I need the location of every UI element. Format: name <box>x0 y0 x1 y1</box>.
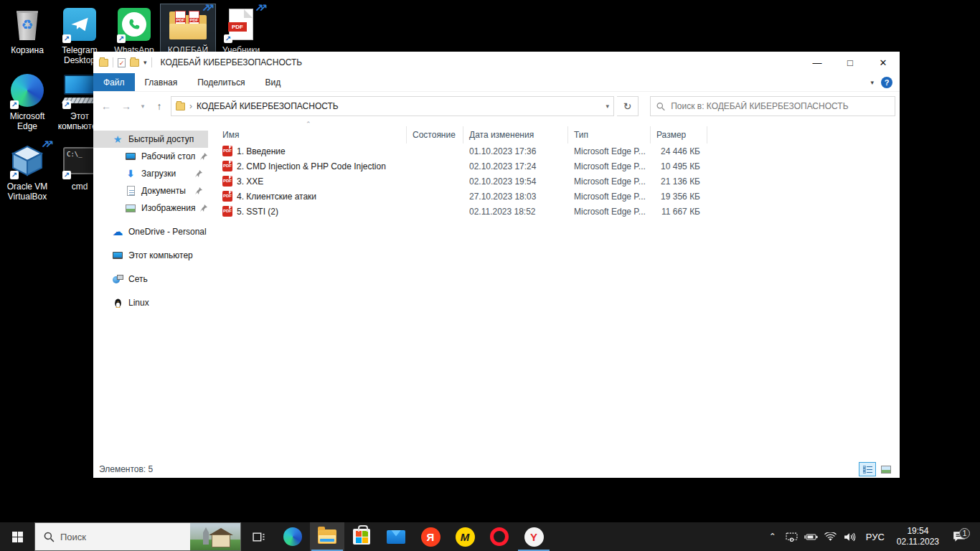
shortcut-arrow-icon: ↗ <box>62 171 71 179</box>
taskbar-mail[interactable] <box>379 522 413 551</box>
help-button[interactable]: ? <box>881 77 892 88</box>
connect-display-icon[interactable] <box>784 532 800 542</box>
tray-expand-chevron-icon[interactable]: ⌃ <box>765 532 781 542</box>
language-indicator[interactable]: РУС <box>862 532 889 542</box>
tab-file[interactable]: Файл <box>93 73 135 91</box>
desktop-icon-edge[interactable]: ↗ Microsoft Edge <box>0 70 55 132</box>
search-highlight-image[interactable] <box>190 523 240 550</box>
file-row[interactable]: PDF1. Введение 01.10.2023 17:36 Microsof… <box>208 143 900 159</box>
recent-locations-chevron-icon[interactable]: ▾ <box>138 103 148 110</box>
desktop-icon-virtualbox[interactable]: ↗↗ ↗ Oracle VM VirtualBox <box>0 141 55 202</box>
edge-icon: ↗ <box>0 70 55 110</box>
file-row[interactable]: PDF5. SSTI (2) 02.11.2023 18:52 Microsof… <box>208 204 900 219</box>
window-controls: — □ ✕ <box>801 52 900 73</box>
qat-customize-chevron-icon[interactable]: ▾ <box>143 59 147 66</box>
task-view-button[interactable] <box>241 522 275 551</box>
tab-home[interactable]: Главная <box>135 73 188 91</box>
file-modified: 01.10.2023 17:36 <box>463 146 568 156</box>
address-bar[interactable]: › КОДЕБАЙ КИБЕРБЕЗОПАСНОСТЬ ▾ <box>171 96 614 116</box>
sidebar-item-desktop[interactable]: Рабочий стол <box>93 148 208 165</box>
file-row[interactable]: PDF3. XXE 02.10.2023 19:54 Microsoft Edg… <box>208 174 900 189</box>
forward-button[interactable]: → <box>118 100 135 112</box>
properties-icon[interactable]: ✓ <box>118 58 126 67</box>
start-button[interactable] <box>0 522 34 551</box>
details-view-button[interactable] <box>859 463 875 476</box>
pin-icon[interactable] <box>200 153 207 160</box>
taskbar-yandex-browser[interactable]: Y <box>517 522 551 551</box>
edge-icon <box>283 527 302 546</box>
column-header-modified[interactable]: Дата изменения <box>463 126 568 143</box>
sidebar-item-label: Изображения <box>141 203 195 213</box>
linux-penguin-icon <box>112 297 123 309</box>
sidebar-item-label: Этот компьютер <box>128 250 193 260</box>
sidebar-item-this-pc[interactable]: Этот компьютер <box>93 247 208 264</box>
taskbar-clock[interactable]: 19:54 02.11.2023 <box>892 526 943 547</box>
sidebar-item-quick-access[interactable]: ★ Быстрый доступ <box>93 131 208 148</box>
status-bar: Элементов: 5 <box>93 461 900 478</box>
taskbar-opera[interactable] <box>482 522 517 551</box>
file-size: 10 495 КБ <box>651 161 707 171</box>
navigation-bar: ← → ▾ ↑ › КОДЕБАЙ КИБЕРБЕЗОПАСНОСТЬ ▾ ↻ <box>93 92 900 121</box>
microsoft-store-icon <box>353 529 370 545</box>
maximize-button[interactable]: □ <box>834 52 867 73</box>
desktop-icon-kodebay[interactable]: PDF PDF ↗↗ КОДЕБАЙ <box>161 4 215 56</box>
sidebar-item-label: Linux <box>128 298 149 308</box>
system-tray: ⌃ РУС 19:54 02.11.2023 1 <box>765 522 980 551</box>
desktop-icon-whatsapp[interactable]: ↗ WhatsApp <box>107 4 161 56</box>
tab-view[interactable]: Вид <box>255 73 291 91</box>
desktop-icon-label: Microsoft Edge <box>0 110 55 132</box>
sidebar-item-label: Рабочий стол <box>141 151 195 161</box>
volume-icon[interactable] <box>842 532 858 542</box>
pin-icon[interactable] <box>200 204 207 212</box>
refresh-button[interactable]: ↻ <box>617 96 639 116</box>
taskbar-explorer[interactable] <box>310 522 344 551</box>
pdf-icon: PDF <box>222 191 232 202</box>
column-header-state[interactable]: Состояние <box>407 126 463 143</box>
pin-icon[interactable] <box>195 187 202 194</box>
wifi-icon[interactable] <box>823 532 839 542</box>
sidebar-item-documents[interactable]: Документы <box>93 182 208 199</box>
taskbar-amigo[interactable]: M <box>448 522 482 551</box>
minimize-button[interactable]: — <box>801 52 834 73</box>
sidebar-item-linux[interactable]: Linux <box>93 294 208 311</box>
close-button[interactable]: ✕ <box>867 52 900 73</box>
search-box[interactable] <box>650 96 895 116</box>
thumbnails-view-button[interactable] <box>878 463 894 476</box>
up-button[interactable]: ↑ <box>151 100 168 112</box>
taskbar-yandex[interactable]: Я <box>413 522 448 551</box>
ribbon-expand-chevron-icon[interactable]: ▾ <box>870 79 874 86</box>
column-header-size[interactable]: Размер <box>651 126 707 143</box>
desktop-icon-recycle-bin[interactable]: ♻ Корзина <box>0 4 55 56</box>
desktop-icon-uchebniki[interactable]: PDF ↗↗ ↗ Учебники <box>214 4 268 56</box>
amigo-icon: M <box>456 527 475 547</box>
explorer-window: ✓ ▾ КОДЕБАЙ КИБЕРБЕЗОПАСНОСТЬ — □ ✕ Файл… <box>93 52 900 478</box>
file-row[interactable]: PDF4. Клиентские атаки 27.10.2023 18:03 … <box>208 189 900 204</box>
sidebar-item-network[interactable]: Сеть <box>93 270 208 288</box>
taskbar-search-input[interactable] <box>60 532 168 542</box>
sidebar-item-label: Быстрый доступ <box>128 134 194 144</box>
shortcut-arrow-icon: ↗ <box>10 100 19 109</box>
search-input[interactable] <box>671 101 889 111</box>
tab-share[interactable]: Поделиться <box>187 73 255 91</box>
taskbar-store[interactable] <box>344 522 379 551</box>
file-modified: 02.10.2023 17:24 <box>463 161 568 171</box>
new-folder-icon[interactable] <box>130 59 139 67</box>
network-icon <box>112 273 123 285</box>
column-headers: ⌃ Имя Состояние Дата изменения Тип Разме… <box>208 126 900 143</box>
breadcrumb-path[interactable]: КОДЕБАЙ КИБЕРБЕЗОПАСНОСТЬ <box>197 101 339 111</box>
column-header-name[interactable]: Имя <box>208 126 407 143</box>
back-button[interactable]: ← <box>98 100 115 112</box>
sidebar-item-onedrive[interactable]: ☁ OneDrive - Personal <box>93 223 208 240</box>
pin-icon[interactable] <box>195 170 202 177</box>
file-row[interactable]: PDF2. CMD Injection & PHP Code Injection… <box>208 159 900 174</box>
taskbar-search[interactable] <box>34 522 241 551</box>
column-header-type[interactable]: Тип <box>568 126 651 143</box>
file-name: 2. CMD Injection & PHP Code Injection <box>237 161 386 171</box>
battery-icon[interactable] <box>804 533 819 541</box>
action-center-button[interactable]: 1 <box>947 531 971 542</box>
sidebar-item-downloads[interactable]: ⬇ Загрузки <box>93 165 208 182</box>
sidebar-item-pictures[interactable]: Изображения <box>93 199 208 217</box>
address-dropdown-chevron-icon[interactable]: ▾ <box>606 103 609 110</box>
windows-logo-icon <box>12 532 23 542</box>
taskbar-edge[interactable] <box>275 522 310 551</box>
